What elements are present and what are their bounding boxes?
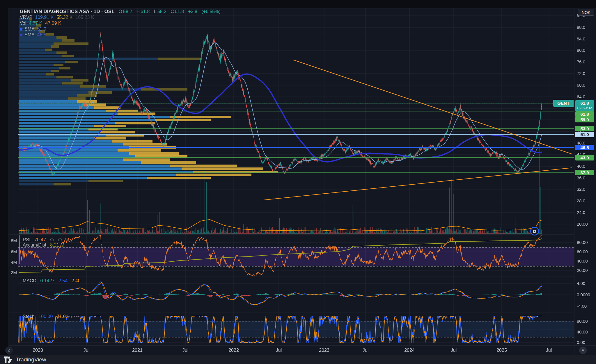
high-value: 61.8	[141, 9, 150, 14]
price-tick-label: 64.0	[577, 94, 585, 99]
badge-price: 51.0	[580, 132, 589, 137]
timezone-button[interactable]: Z	[5, 347, 13, 354]
close-value: 61.8	[175, 9, 184, 14]
price-tick-label: 28.0	[577, 198, 585, 203]
legend-row[interactable]: SMA51.0	[20, 26, 224, 32]
indicator-tick-label: 40.00	[577, 329, 588, 334]
symbol-legend-row: GENTIAN DIAGNOSTICS ASA · 1D · OSL O58.2…	[20, 9, 224, 15]
badge-price: 43.0	[580, 155, 589, 160]
indicator-tick-label: 80.00	[577, 240, 588, 245]
time-tick-label: Jul	[363, 348, 368, 353]
low-value: 58.2	[157, 9, 166, 14]
countdown-timer: 02:59:32	[575, 106, 594, 110]
indicator-legend-rows: VRVP109.91 K55.32 K165.23 KVol4.77 K47.0…	[20, 15, 224, 38]
accum-dist-label: Accum/Dist	[23, 242, 46, 247]
legend-row-value: 55.32 K	[56, 15, 72, 20]
badge-price: 53.0	[580, 126, 589, 131]
tradingview-logo-icon[interactable]	[4, 356, 13, 363]
stoch-d-value: 71.91	[57, 314, 68, 319]
time-tick-label: Jul	[276, 348, 282, 353]
time-tick-label: 2020	[33, 348, 43, 353]
macd-legend[interactable]: MACD 0.1427 2.54 2.40	[23, 278, 83, 283]
indicator-tick-label: 80.00	[577, 319, 588, 324]
legend-row[interactable]: VRVP109.91 K55.32 K165.23 K	[20, 15, 224, 20]
chart-canvas[interactable]	[0, 0, 596, 364]
time-tick-label: Jul	[451, 348, 457, 353]
main-legend: GENTIAN DIAGNOSTICS ASA · 1D · OSL O58.2…	[20, 9, 224, 38]
macd-signal-value: 2.40	[72, 278, 81, 283]
price-tick-label: 40.0	[577, 164, 585, 169]
legend-row-value: 4.77 K	[29, 20, 42, 26]
level-badge: 37.9	[575, 170, 594, 175]
dividend-marker[interactable]: D	[530, 227, 539, 235]
time-tick-label: 2022	[228, 348, 239, 353]
time-tick-label: 2023	[319, 348, 329, 353]
level-badge: 46.5	[575, 145, 594, 150]
badge-price: 37.9	[580, 170, 589, 175]
bottom-bar: TradingView	[0, 355, 596, 364]
accum-dist-value: 8.21 M	[50, 242, 64, 247]
level-badge: 51.0	[575, 132, 594, 137]
tradingview-logo-text[interactable]: TradingView	[16, 356, 46, 363]
symbol-price-tag: GENT	[553, 100, 574, 107]
stoch-label: Stoch	[23, 314, 35, 319]
indicator-tick-label: 60.00	[577, 249, 588, 254]
level-badge: 59.0	[575, 117, 594, 122]
change-pct: (+6.55%)	[201, 9, 220, 14]
badge-price: 59.0	[580, 117, 589, 122]
level-badge: 53.0	[575, 126, 594, 131]
level-badge: 43.0	[575, 155, 594, 160]
rsi-label: RSI	[23, 237, 31, 242]
time-tick-label: Jul	[182, 348, 188, 353]
time-tick-label: Jul	[546, 348, 552, 353]
indicator-tick-label: 0.0000	[577, 292, 590, 297]
price-tick-label: 76.0	[577, 59, 585, 64]
rsi-input-icon: ∅	[50, 237, 54, 242]
indicator-tick-label: 2M	[7, 270, 17, 275]
open-label: O	[119, 9, 122, 14]
price-tick-label: 84.0	[577, 36, 585, 41]
macd-hist-value: 0.1427	[40, 278, 55, 283]
indicator-tick-label: 20.00	[577, 268, 588, 273]
legend-row[interactable]: Vol4.77 K47.09 K	[20, 20, 224, 26]
legend-swatch-icon	[20, 34, 22, 36]
high-label: H	[136, 9, 140, 14]
time-tick-label: 2021	[132, 348, 143, 353]
page: savepiginvest published on TradingView.c…	[0, 0, 596, 364]
legend-row-label: SMA	[24, 32, 35, 38]
price-tick-label: 72.0	[577, 71, 585, 76]
stoch-legend[interactable]: Stoch 100.00 71.91	[23, 314, 71, 319]
indicator-tick-label: 40.00	[577, 258, 588, 263]
price-tick-label: 20.00	[577, 222, 588, 226]
indicator-tick-label: 0.00	[577, 340, 585, 345]
legend-row-value: 47.09 K	[45, 20, 61, 26]
rsi-value: 70.47	[34, 237, 46, 242]
legend-row-label: VRVP	[20, 15, 32, 20]
price-tick-label: 32.0	[577, 187, 585, 192]
price-tick-label: 80.0	[577, 48, 585, 53]
symbol-title[interactable]: GENTIAN DIAGNOSTICS ASA · 1D · OSL	[20, 9, 115, 15]
close-label: C	[171, 9, 174, 14]
legend-row-value: 109.91 K	[35, 15, 54, 20]
currency-button[interactable]: NOK	[578, 9, 594, 16]
stoch-k-value: 100.00	[38, 314, 53, 319]
legend-row-label: SMA	[24, 26, 35, 32]
indicator-tick-label: 8M	[7, 238, 17, 243]
rsi-input-icon: ∅	[58, 237, 62, 242]
legend-row-value: 165.23 K	[76, 15, 94, 20]
time-tick-label: 2024	[404, 348, 415, 353]
accum-dist-legend[interactable]: Accum/Dist 8.21 M	[23, 242, 67, 248]
indicator-tick-label: 4.00	[577, 281, 585, 286]
price-tick-label: 88.0	[577, 25, 585, 30]
indicator-tick-label: 6M	[7, 249, 17, 254]
badge-price: 61.8	[580, 101, 589, 106]
indicator-tick-label: 4M	[7, 260, 17, 265]
ohlc-values: O58.2 H61.8 L58.2 C61.8 +3.8 (+6.55%)	[119, 9, 224, 15]
low-label: L	[154, 9, 157, 14]
legend-row[interactable]: SMA46.5	[20, 32, 224, 38]
auto-scale-button[interactable]: A	[579, 347, 587, 354]
price-tick-label: 24.0	[577, 210, 585, 215]
legend-row-value: 46.5	[37, 32, 46, 38]
macd-label: MACD	[23, 278, 36, 283]
rsi-legend[interactable]: RSI 70.47 ∅ ∅	[23, 237, 65, 242]
